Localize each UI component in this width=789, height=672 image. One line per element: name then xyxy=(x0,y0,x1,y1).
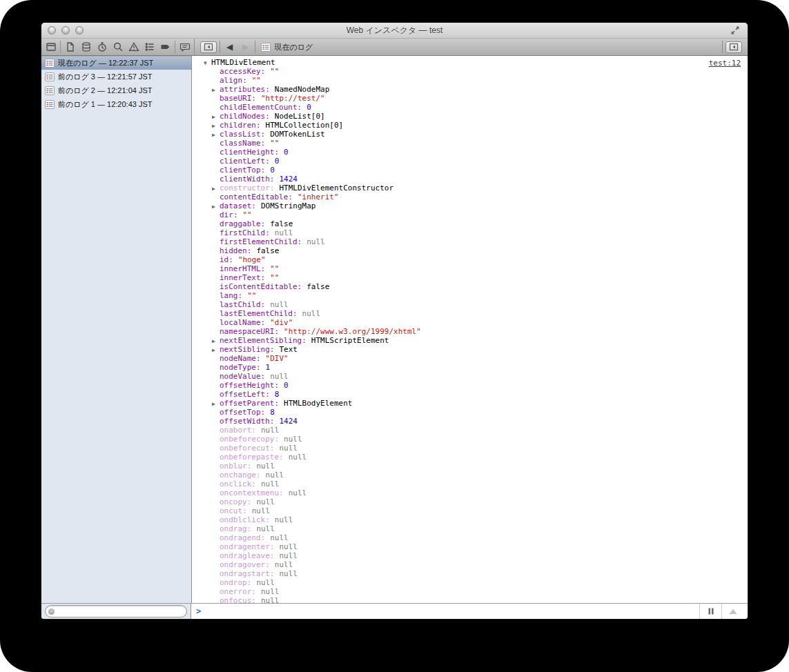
log-list-item[interactable]: 前のログ 1 — 12:20:43 JST xyxy=(41,97,191,111)
property-row[interactable]: align"" xyxy=(192,76,748,85)
property-row[interactable]: offsetLeft8 xyxy=(192,390,748,399)
property-row[interactable]: contentEditable"inherit" xyxy=(192,192,748,201)
property-row[interactable]: lastChildnull xyxy=(192,300,748,309)
property-row[interactable]: isContentEditablefalse xyxy=(192,282,748,291)
property-row[interactable]: hiddenfalse xyxy=(192,246,748,255)
search-input[interactable] xyxy=(45,605,187,617)
property-row[interactable]: clientWidth1424 xyxy=(192,175,748,184)
property-row[interactable]: ▶attributesNamedNodeMap xyxy=(192,85,748,94)
property-value: DOMTokenList xyxy=(270,130,324,139)
property-row[interactable]: onchangenull xyxy=(192,471,748,480)
property-row[interactable]: ▶offsetParentHTMLBodyElement xyxy=(192,399,748,408)
property-value: null xyxy=(275,228,293,237)
log-list-item[interactable]: 前のログ 2 — 12:21:04 JST xyxy=(41,83,191,97)
property-row[interactable]: onblurnull xyxy=(192,462,748,471)
dock-left-button[interactable] xyxy=(200,41,217,53)
property-row[interactable]: id"hoge" xyxy=(192,255,748,264)
property-row[interactable]: firstChildnull xyxy=(192,228,748,237)
property-row[interactable]: ▶childrenHTMLCollection[0] xyxy=(192,121,748,130)
property-row[interactable]: draggablefalse xyxy=(192,219,748,228)
resources-panel-button[interactable] xyxy=(62,39,78,55)
zoom-button[interactable] xyxy=(75,26,84,34)
property-row[interactable]: ondropnull xyxy=(192,578,748,587)
property-row[interactable]: ▶nextElementSiblingHTMLScriptElement xyxy=(192,336,748,345)
property-row[interactable]: ▶classListDOMTokenList xyxy=(192,130,748,139)
property-row[interactable]: baseURI"http://test/" xyxy=(192,94,748,103)
property-row[interactable]: offsetHeight0 xyxy=(192,381,748,390)
property-row[interactable]: localName"div" xyxy=(192,318,748,327)
dock-right-button[interactable] xyxy=(725,41,742,53)
property-row[interactable]: accessKey"" xyxy=(192,67,748,76)
property-name: offsetParent xyxy=(220,399,279,408)
property-row[interactable]: onabortnull xyxy=(192,426,748,435)
property-row[interactable]: clientTop0 xyxy=(192,166,748,175)
minimize-button[interactable] xyxy=(61,26,70,34)
property-name: onabort xyxy=(220,426,256,435)
console-prompt[interactable]: > xyxy=(196,606,201,616)
property-value: "div" xyxy=(270,318,293,327)
log-list-item[interactable]: 前のログ 3 — 12:21:57 JST xyxy=(41,70,191,83)
property-row[interactable]: nodeType1 xyxy=(192,363,748,372)
property-row[interactable]: onclicknull xyxy=(192,480,748,488)
property-row[interactable]: offsetWidth1424 xyxy=(192,417,748,426)
property-row[interactable]: clientLeft0 xyxy=(192,157,748,166)
errors-panel-button[interactable] xyxy=(126,39,142,55)
property-row[interactable]: oncutnull xyxy=(192,506,748,515)
property-row[interactable]: nodeName"DIV" xyxy=(192,354,748,363)
scroll-to-top-button[interactable] xyxy=(721,604,743,619)
pause-button[interactable] xyxy=(699,604,721,619)
status-bar: > xyxy=(41,603,748,619)
property-row[interactable]: innerHTML"" xyxy=(192,264,748,273)
search-panel-button[interactable] xyxy=(110,39,126,55)
property-row[interactable]: nodeValuenull xyxy=(192,372,748,381)
forward-button[interactable]: ▶ xyxy=(237,43,253,51)
property-row[interactable]: namespaceURI"http://www.w3.org/1999/xhtm… xyxy=(192,327,748,336)
property-row[interactable]: ondragendnull xyxy=(192,533,748,542)
property-row[interactable]: className"" xyxy=(192,139,748,148)
property-row[interactable]: onbeforecutnull xyxy=(192,444,748,453)
property-row[interactable]: oncontextmenunull xyxy=(192,488,748,497)
property-row[interactable]: ▶datasetDOMStringMap xyxy=(192,201,748,210)
property-row[interactable]: ▶constructorHTMLDivElementConstructor xyxy=(192,184,748,192)
property-row[interactable]: ondblclicknull xyxy=(192,515,748,524)
log-list-item[interactable]: 現在のログ — 12:22:37 JST xyxy=(41,56,191,70)
property-row[interactable]: ▶nextSiblingText xyxy=(192,345,748,354)
property-row[interactable]: onfocusnull xyxy=(192,596,748,603)
disclosure-triangle-icon[interactable]: ▼ xyxy=(204,59,211,68)
toolbar-separator xyxy=(175,41,175,53)
property-row[interactable]: ▶childNodesNodeList[0] xyxy=(192,112,748,121)
property-row[interactable]: ondragstartnull xyxy=(192,569,748,578)
property-row[interactable]: firstElementChildnull xyxy=(192,237,748,246)
property-row[interactable]: ondragenternull xyxy=(192,542,748,551)
close-button[interactable] xyxy=(48,26,56,34)
property-row[interactable]: dir"" xyxy=(192,210,748,219)
back-button[interactable]: ◀ xyxy=(222,43,237,51)
fullscreen-arrows-icon[interactable] xyxy=(730,25,741,36)
console-panel-button[interactable] xyxy=(177,39,193,55)
property-row[interactable]: oncopynull xyxy=(192,497,748,506)
property-row[interactable]: ondragovernull xyxy=(192,560,748,569)
property-row[interactable]: onerrornull xyxy=(192,587,748,596)
property-row[interactable]: ondragnull xyxy=(192,524,748,533)
property-value: null xyxy=(270,533,289,542)
property-row[interactable]: innerText"" xyxy=(192,273,748,282)
titlebar[interactable]: Web インスペクタ — test xyxy=(41,23,748,39)
property-row[interactable]: ondragleavenull xyxy=(192,551,748,560)
property-name: lastElementChild xyxy=(220,309,298,318)
breadcrumb[interactable]: 現在のログ xyxy=(261,42,313,52)
profiles-panel-button[interactable] xyxy=(142,39,157,55)
property-row[interactable]: onbeforecopynull xyxy=(192,435,748,444)
property-row[interactable]: offsetTop8 xyxy=(192,408,748,417)
property-name: clientWidth xyxy=(220,175,274,184)
property-row[interactable]: lang"" xyxy=(192,291,748,300)
property-row[interactable]: childElementCount0 xyxy=(192,103,748,112)
property-row[interactable]: lastElementChildnull xyxy=(192,309,748,318)
timeline-panel-button[interactable] xyxy=(94,39,110,55)
elements-panel-button[interactable] xyxy=(43,39,59,55)
property-row[interactable]: onbeforepastenull xyxy=(192,453,748,462)
scripts-panel-button[interactable] xyxy=(157,39,173,55)
property-name: nodeType xyxy=(220,363,261,372)
database-panel-button[interactable] xyxy=(78,39,94,55)
property-row[interactable]: clientHeight0 xyxy=(192,148,748,157)
console-object-root[interactable]: ▼HTMLDivElement xyxy=(192,58,748,67)
